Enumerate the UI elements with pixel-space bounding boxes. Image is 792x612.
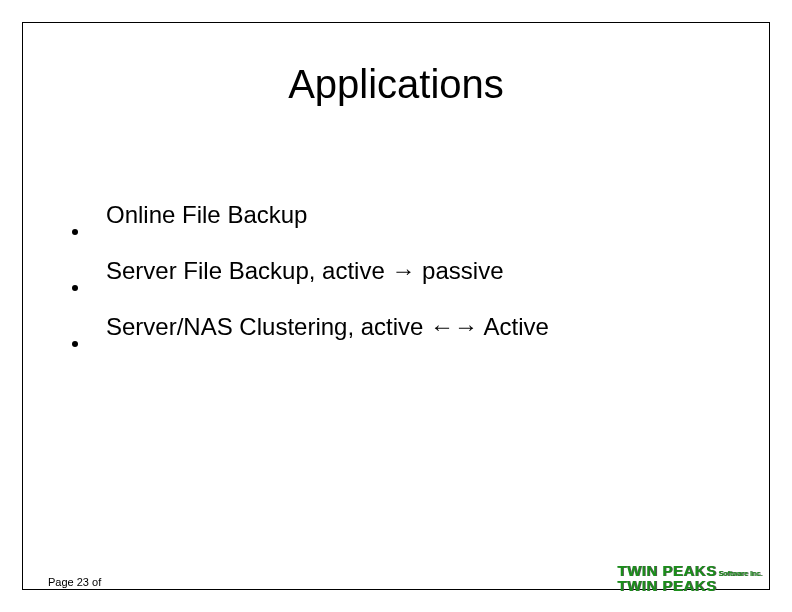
- bullet-text: Online File Backup: [106, 200, 307, 230]
- bullet-text: Server File Backup, active → passive: [106, 256, 504, 286]
- brand-line-1: TWIN PEAKSSoftware Inc.: [617, 563, 762, 579]
- bullet-icon: [72, 229, 78, 235]
- list-item: Server File Backup, active → passive: [72, 256, 732, 286]
- list-item: Server/NAS Clustering, active ←→ Active: [72, 312, 732, 342]
- bullet-icon: [72, 285, 78, 291]
- bullet-text: Server/NAS Clustering, active ←→ Active: [106, 312, 549, 342]
- bullet-icon: [72, 341, 78, 347]
- bullet-list: Online File Backup Server File Backup, a…: [72, 200, 732, 368]
- brand-line-2: TWIN PEAKS: [617, 578, 762, 594]
- brand-sub-text: Software Inc.: [718, 570, 762, 577]
- slide: Applications Online File Backup Server F…: [0, 0, 792, 612]
- brand-text: TWIN PEAKS: [617, 562, 716, 579]
- list-item: Online File Backup: [72, 200, 732, 230]
- brand-logo: TWIN PEAKSSoftware Inc. TWIN PEAKS: [617, 563, 762, 595]
- slide-title: Applications: [0, 62, 792, 107]
- page-number: Page 23 of: [48, 576, 101, 588]
